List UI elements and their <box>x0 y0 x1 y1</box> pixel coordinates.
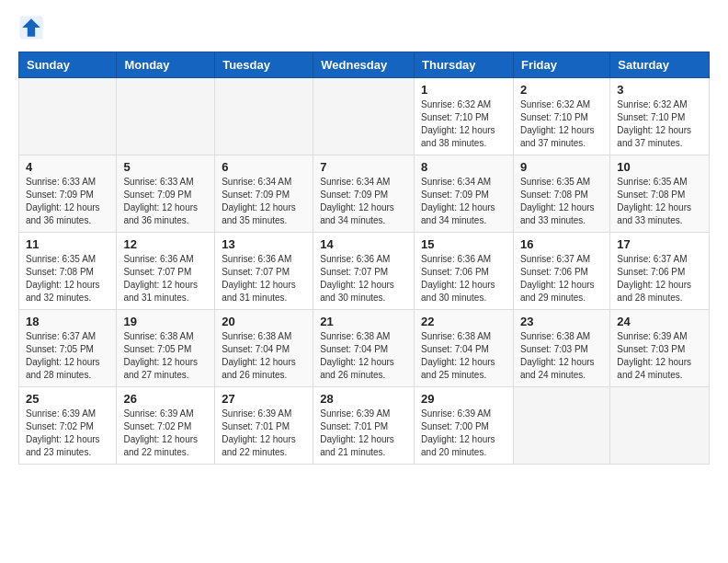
day-info: Sunrise: 6:34 AM Sunset: 7:09 PM Dayligh… <box>222 176 306 227</box>
calendar-cell: 21Sunrise: 6:38 AM Sunset: 7:04 PM Dayli… <box>313 310 415 387</box>
calendar-cell: 7Sunrise: 6:34 AM Sunset: 7:09 PM Daylig… <box>313 155 415 233</box>
calendar-cell: 11Sunrise: 6:35 AM Sunset: 7:08 PM Dayli… <box>19 233 117 310</box>
day-number: 28 <box>320 392 407 406</box>
day-number: 17 <box>617 237 702 251</box>
day-number: 14 <box>320 237 407 251</box>
day-info: Sunrise: 6:39 AM Sunset: 7:00 PM Dayligh… <box>421 408 506 459</box>
calendar-cell: 22Sunrise: 6:38 AM Sunset: 7:04 PM Dayli… <box>415 310 514 387</box>
day-number: 8 <box>421 160 506 174</box>
day-info: Sunrise: 6:34 AM Sunset: 7:09 PM Dayligh… <box>421 176 506 227</box>
day-info: Sunrise: 6:36 AM Sunset: 7:07 PM Dayligh… <box>123 253 208 304</box>
day-info: Sunrise: 6:38 AM Sunset: 7:04 PM Dayligh… <box>222 330 306 382</box>
day-number: 18 <box>26 315 109 328</box>
day-info: Sunrise: 6:32 AM Sunset: 7:10 PM Dayligh… <box>421 98 506 150</box>
day-number: 24 <box>617 315 702 328</box>
calendar-cell: 2Sunrise: 6:32 AM Sunset: 7:10 PM Daylig… <box>513 78 609 155</box>
day-info: Sunrise: 6:33 AM Sunset: 7:09 PM Dayligh… <box>123 176 208 227</box>
day-number: 10 <box>617 160 702 174</box>
calendar-cell: 15Sunrise: 6:36 AM Sunset: 7:06 PM Dayli… <box>415 233 514 310</box>
day-number: 20 <box>222 315 306 328</box>
calendar-cell: 20Sunrise: 6:38 AM Sunset: 7:04 PM Dayli… <box>215 310 313 387</box>
calendar-cell: 19Sunrise: 6:38 AM Sunset: 7:05 PM Dayli… <box>117 310 215 387</box>
day-info: Sunrise: 6:38 AM Sunset: 7:04 PM Dayligh… <box>320 330 407 382</box>
day-info: Sunrise: 6:39 AM Sunset: 7:02 PM Dayligh… <box>123 408 208 459</box>
day-info: Sunrise: 6:32 AM Sunset: 7:10 PM Dayligh… <box>520 98 603 150</box>
day-number: 29 <box>421 392 506 406</box>
day-info: Sunrise: 6:39 AM Sunset: 7:02 PM Dayligh… <box>26 408 109 459</box>
day-number: 4 <box>26 160 109 174</box>
calendar-week-row: 18Sunrise: 6:37 AM Sunset: 7:05 PM Dayli… <box>19 310 710 387</box>
day-number: 7 <box>320 160 407 174</box>
logo-icon <box>18 15 44 40</box>
calendar-cell: 8Sunrise: 6:34 AM Sunset: 7:09 PM Daylig… <box>415 155 514 233</box>
header-tuesday: Tuesday <box>215 52 313 78</box>
calendar-cell: 14Sunrise: 6:36 AM Sunset: 7:07 PM Dayli… <box>313 233 415 310</box>
day-number: 22 <box>421 315 506 328</box>
day-number: 15 <box>421 237 506 251</box>
calendar-cell: 13Sunrise: 6:36 AM Sunset: 7:07 PM Dayli… <box>215 233 313 310</box>
header-saturday: Saturday <box>610 52 710 78</box>
day-info: Sunrise: 6:37 AM Sunset: 7:05 PM Dayligh… <box>26 330 109 382</box>
day-info: Sunrise: 6:37 AM Sunset: 7:06 PM Dayligh… <box>617 253 702 304</box>
calendar-cell: 23Sunrise: 6:38 AM Sunset: 7:03 PM Dayli… <box>513 310 609 387</box>
day-number: 5 <box>123 160 208 174</box>
day-info: Sunrise: 6:32 AM Sunset: 7:10 PM Dayligh… <box>617 98 702 150</box>
calendar-week-row: 25Sunrise: 6:39 AM Sunset: 7:02 PM Dayli… <box>19 387 710 465</box>
day-number: 12 <box>123 237 208 251</box>
calendar-week-row: 11Sunrise: 6:35 AM Sunset: 7:08 PM Dayli… <box>19 233 710 310</box>
calendar-header-row: SundayMondayTuesdayWednesdayThursdayFrid… <box>19 52 710 78</box>
day-info: Sunrise: 6:38 AM Sunset: 7:04 PM Dayligh… <box>421 330 506 382</box>
calendar-cell: 16Sunrise: 6:37 AM Sunset: 7:06 PM Dayli… <box>513 233 609 310</box>
calendar-cell: 17Sunrise: 6:37 AM Sunset: 7:06 PM Dayli… <box>610 233 710 310</box>
day-info: Sunrise: 6:34 AM Sunset: 7:09 PM Dayligh… <box>320 176 407 227</box>
calendar-cell: 4Sunrise: 6:33 AM Sunset: 7:09 PM Daylig… <box>19 155 117 233</box>
calendar-cell: 6Sunrise: 6:34 AM Sunset: 7:09 PM Daylig… <box>215 155 313 233</box>
day-number: 2 <box>520 83 603 97</box>
calendar-cell: 28Sunrise: 6:39 AM Sunset: 7:01 PM Dayli… <box>313 387 415 465</box>
day-number: 6 <box>222 160 306 174</box>
day-info: Sunrise: 6:36 AM Sunset: 7:07 PM Dayligh… <box>222 253 306 304</box>
day-info: Sunrise: 6:33 AM Sunset: 7:09 PM Dayligh… <box>26 176 109 227</box>
day-number: 9 <box>520 160 603 174</box>
calendar-cell: 5Sunrise: 6:33 AM Sunset: 7:09 PM Daylig… <box>117 155 215 233</box>
day-number: 19 <box>123 315 208 328</box>
header-friday: Friday <box>513 52 609 78</box>
calendar-cell: 24Sunrise: 6:39 AM Sunset: 7:03 PM Dayli… <box>610 310 710 387</box>
calendar-cell <box>19 78 117 155</box>
calendar: SundayMondayTuesdayWednesdayThursdayFrid… <box>18 52 710 465</box>
day-info: Sunrise: 6:38 AM Sunset: 7:03 PM Dayligh… <box>520 330 603 382</box>
day-number: 11 <box>26 237 109 251</box>
day-info: Sunrise: 6:35 AM Sunset: 7:08 PM Dayligh… <box>26 253 109 304</box>
day-number: 23 <box>520 315 603 328</box>
day-info: Sunrise: 6:38 AM Sunset: 7:05 PM Dayligh… <box>123 330 208 382</box>
day-info: Sunrise: 6:39 AM Sunset: 7:03 PM Dayligh… <box>617 330 702 382</box>
logo <box>18 15 46 40</box>
calendar-cell: 18Sunrise: 6:37 AM Sunset: 7:05 PM Dayli… <box>19 310 117 387</box>
calendar-cell: 1Sunrise: 6:32 AM Sunset: 7:10 PM Daylig… <box>415 78 514 155</box>
day-number: 16 <box>520 237 603 251</box>
header-wednesday: Wednesday <box>313 52 415 78</box>
calendar-cell: 12Sunrise: 6:36 AM Sunset: 7:07 PM Dayli… <box>117 233 215 310</box>
day-number: 25 <box>26 392 109 406</box>
day-number: 21 <box>320 315 407 328</box>
day-number: 1 <box>421 83 506 97</box>
calendar-cell <box>117 78 215 155</box>
calendar-cell: 26Sunrise: 6:39 AM Sunset: 7:02 PM Dayli… <box>117 387 215 465</box>
day-number: 27 <box>222 392 306 406</box>
calendar-cell <box>610 387 710 465</box>
calendar-week-row: 4Sunrise: 6:33 AM Sunset: 7:09 PM Daylig… <box>19 155 710 233</box>
calendar-cell: 9Sunrise: 6:35 AM Sunset: 7:08 PM Daylig… <box>513 155 609 233</box>
calendar-cell: 10Sunrise: 6:35 AM Sunset: 7:08 PM Dayli… <box>610 155 710 233</box>
calendar-cell: 29Sunrise: 6:39 AM Sunset: 7:00 PM Dayli… <box>415 387 514 465</box>
day-info: Sunrise: 6:36 AM Sunset: 7:06 PM Dayligh… <box>421 253 506 304</box>
header-monday: Monday <box>117 52 215 78</box>
header-sunday: Sunday <box>19 52 117 78</box>
day-number: 13 <box>222 237 306 251</box>
header-thursday: Thursday <box>415 52 514 78</box>
calendar-cell: 25Sunrise: 6:39 AM Sunset: 7:02 PM Dayli… <box>19 387 117 465</box>
day-info: Sunrise: 6:37 AM Sunset: 7:06 PM Dayligh… <box>520 253 603 304</box>
calendar-week-row: 1Sunrise: 6:32 AM Sunset: 7:10 PM Daylig… <box>19 78 710 155</box>
calendar-cell <box>513 387 609 465</box>
calendar-cell <box>215 78 313 155</box>
day-info: Sunrise: 6:35 AM Sunset: 7:08 PM Dayligh… <box>520 176 603 227</box>
